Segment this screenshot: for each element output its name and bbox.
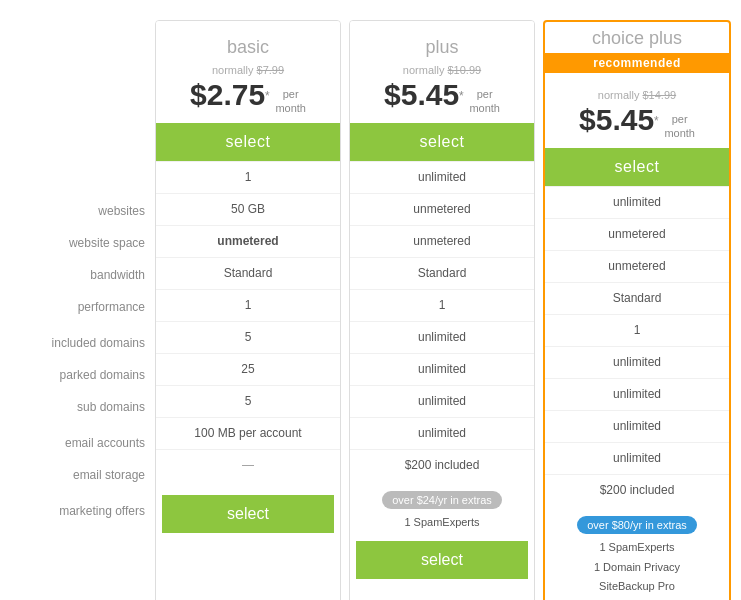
plus-footer: over $24/yr in extras 1 SpamExperts sele… [350,481,534,589]
cp-extras-badge: over $80/yr in extras [577,516,697,534]
plus-period: permonth [469,88,500,114]
plus-email-accounts: unlimited [350,385,534,417]
feature-labels-column: websites website space bandwidth perform… [10,20,155,527]
cp-extra-1: 1 SpamExperts [551,538,723,558]
choice-plus-title: choice plus [545,22,729,53]
plus-select-bottom[interactable]: select [356,541,528,579]
plan-choice-plus: choice plus recommended normally $14.99 … [543,20,731,600]
choice-plus-normally: normally $14.99 [553,89,721,101]
basic-email-accounts: 5 [156,385,340,417]
plus-extra-1: 1 SpamExperts [356,513,528,533]
basic-title: basic [164,31,332,58]
cp-performance: Standard [545,282,729,314]
basic-price-row: $2.75* permonth [164,78,332,115]
label-bandwidth: bandwidth [10,259,155,291]
recommended-badge: recommended [545,53,729,73]
basic-select-bottom[interactable]: select [162,495,334,533]
cp-website-space: unmetered [545,218,729,250]
label-email-accounts: email accounts [10,427,155,459]
label-website-space: website space [10,227,155,259]
cp-sub-domains: unlimited [545,378,729,410]
basic-website-space: 50 GB [156,193,340,225]
basic-email-storage: 100 MB per account [156,417,340,449]
plus-sub-domains: unlimited [350,353,534,385]
plus-price: $5.45 [384,78,459,111]
basic-parked-domains: 5 [156,321,340,353]
cp-extra-2: 1 Domain Privacy [551,558,723,578]
plus-bandwidth: unmetered [350,225,534,257]
plus-title: plus [358,31,526,58]
choice-plus-footer: over $80/yr in extras 1 SpamExperts 1 Do… [545,506,729,600]
plus-asterisk: * [459,89,464,103]
cp-email-accounts: unlimited [545,410,729,442]
cp-marketing-offers: $200 included [545,474,729,506]
cp-included-domains: 1 [545,314,729,346]
plus-included-domains: 1 [350,289,534,321]
basic-included-domains: 1 [156,289,340,321]
basic-marketing-offers: — [156,449,340,481]
cp-websites: unlimited [545,186,729,218]
plan-plus: plus normally $10.99 $5.45* permonth sel… [349,20,535,600]
cp-email-storage: unlimited [545,442,729,474]
label-marketing-offers: marketing offers [10,495,155,527]
plus-extras-badge: over $24/yr in extras [382,491,502,509]
cp-bandwidth: unmetered [545,250,729,282]
basic-footer: select [156,481,340,543]
plus-parked-domains: unlimited [350,321,534,353]
plus-marketing-offers: $200 included [350,449,534,481]
plus-normally: normally $10.99 [358,64,526,76]
plan-basic: basic normally $7.99 $2.75* permonth sel… [155,20,341,600]
basic-select-top[interactable]: select [156,123,340,161]
basic-period: permonth [275,88,306,114]
cp-extra-3: SiteBackup Pro [551,577,723,597]
label-parked-domains: parked domains [10,359,155,391]
label-sub-domains: sub domains [10,391,155,423]
plus-select-top[interactable]: select [350,123,534,161]
choice-plus-price-row: $5.45* permonth [553,103,721,140]
plus-features: unlimited unmetered unmetered Standard 1… [350,161,534,481]
plus-websites: unlimited [350,161,534,193]
plus-website-space: unmetered [350,193,534,225]
pricing-container: websites website space bandwidth perform… [10,20,731,600]
choice-plus-asterisk: * [654,114,659,128]
basic-bandwidth: unmetered [156,225,340,257]
plans-wrapper: basic normally $7.99 $2.75* permonth sel… [155,20,731,600]
plus-performance: Standard [350,257,534,289]
basic-sub-domains: 25 [156,353,340,385]
plus-price-row: $5.45* permonth [358,78,526,115]
basic-normally: normally $7.99 [164,64,332,76]
basic-header: basic normally $7.99 $2.75* permonth [156,21,340,115]
basic-performance: Standard [156,257,340,289]
choice-plus-period: permonth [664,113,695,139]
label-performance: performance [10,291,155,323]
choice-plus-features: unlimited unmetered unmetered Standard 1… [545,186,729,506]
plus-header: plus normally $10.99 $5.45* permonth [350,21,534,115]
basic-features: 1 50 GB unmetered Standard 1 5 25 5 100 … [156,161,340,481]
choice-plus-select-top[interactable]: select [545,148,729,186]
cp-parked-domains: unlimited [545,346,729,378]
basic-asterisk: * [265,89,270,103]
choice-plus-price: $5.45 [579,103,654,136]
label-websites: websites [10,195,155,227]
label-included-domains: included domains [10,327,155,359]
label-email-storage: email storage [10,459,155,491]
choice-plus-header: normally $14.99 $5.45* permonth [545,73,729,140]
choice-plus-top: choice plus recommended [545,22,729,73]
basic-websites: 1 [156,161,340,193]
plus-email-storage: unlimited [350,417,534,449]
basic-price: $2.75 [190,78,265,111]
